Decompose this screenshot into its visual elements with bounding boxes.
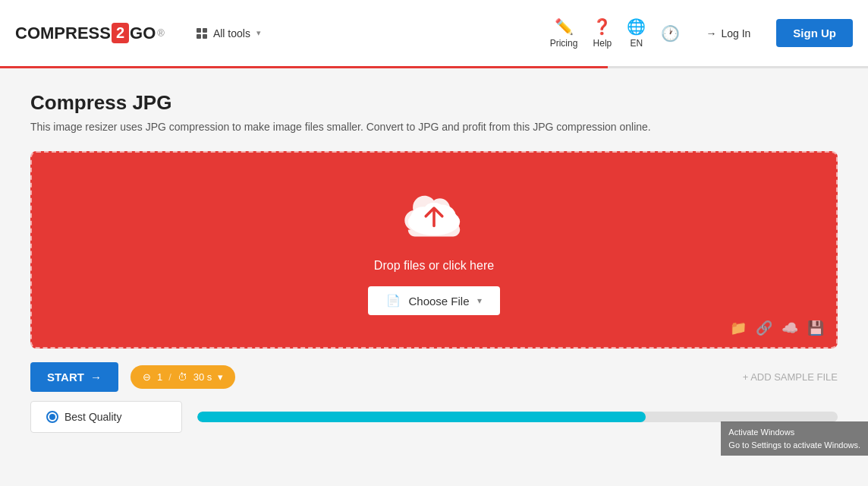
badge-count: 1 bbox=[157, 371, 162, 383]
choose-file-label: Choose File bbox=[408, 295, 469, 308]
windows-watermark: Activate Windows Go to Settings to activ… bbox=[721, 421, 868, 456]
start-label: START bbox=[47, 371, 84, 383]
login-arrow-icon: → bbox=[706, 27, 716, 39]
header-nav: ✏️ Pricing ❓ Help 🌐 EN 🕐 → Log In Sign U… bbox=[550, 17, 853, 49]
page-description: This image resizer uses JPG compression … bbox=[30, 121, 838, 133]
logo-suffix: ® bbox=[157, 27, 165, 39]
page-title: Compress JPG bbox=[30, 91, 838, 115]
drop-zone-extra-icons: 📁 🔗 ☁️ 💾 bbox=[730, 320, 824, 336]
add-sample-button[interactable]: + ADD SAMPLE FILE bbox=[743, 371, 838, 383]
drop-zone[interactable]: Drop files or click here 📄 Choose File ▾… bbox=[30, 151, 838, 349]
start-button[interactable]: START → bbox=[30, 362, 118, 392]
login-button[interactable]: → Log In bbox=[695, 21, 761, 46]
nav-pricing-label: Pricing bbox=[550, 38, 578, 49]
header: COMPRESS 2 GO ® All tools ▾ ✏️ Pricing ❓… bbox=[0, 0, 868, 68]
signup-button[interactable]: Sign Up bbox=[776, 19, 853, 47]
logo-text-go: GO bbox=[130, 24, 156, 43]
logo[interactable]: COMPRESS 2 GO ® bbox=[15, 23, 165, 43]
globe-icon: 🌐 bbox=[627, 17, 646, 36]
start-arrow-icon: → bbox=[90, 371, 102, 383]
clock-badge-icon: ⏱ bbox=[178, 371, 187, 383]
quality-row: Best Quality bbox=[30, 401, 838, 433]
add-sample-label: + ADD SAMPLE FILE bbox=[743, 371, 838, 383]
cloud-upload-icon bbox=[400, 192, 468, 248]
badge-chevron-icon[interactable]: ▾ bbox=[218, 371, 223, 383]
bottom-bar: START → ⊖ 1 / ⏱ 30 s ▾ + ADD SAMPLE FILE bbox=[30, 362, 838, 392]
link-icon[interactable]: 🔗 bbox=[756, 320, 772, 336]
folder-icon[interactable]: 📁 bbox=[730, 320, 747, 336]
chevron-down-icon: ▾ bbox=[256, 28, 261, 38]
nav-help[interactable]: ❓ Help bbox=[593, 17, 612, 49]
badge-time: 30 s bbox=[193, 371, 212, 383]
login-label: Log In bbox=[721, 27, 750, 39]
main-content: Compress JPG This image resizer uses JPG… bbox=[0, 68, 868, 456]
nav-account[interactable]: 🕐 bbox=[661, 24, 680, 43]
watermark-line2: Go to Settings to activate Windows. bbox=[728, 439, 860, 452]
choose-file-chevron-icon: ▾ bbox=[477, 295, 482, 306]
radio-best-icon bbox=[46, 411, 58, 423]
clock-icon: 🕐 bbox=[661, 24, 680, 43]
help-icon: ❓ bbox=[593, 17, 612, 36]
all-tools-label: All tools bbox=[213, 27, 250, 39]
logo-number: 2 bbox=[112, 23, 129, 43]
quality-bar-fill bbox=[197, 412, 646, 422]
nav-pricing[interactable]: ✏️ Pricing bbox=[550, 17, 578, 49]
quality-label: Best Quality bbox=[64, 411, 121, 423]
all-tools-button[interactable]: All tools ▾ bbox=[187, 21, 270, 46]
drop-text: Drop files or click here bbox=[374, 259, 494, 273]
signup-label: Sign Up bbox=[793, 27, 836, 39]
nav-help-label: Help bbox=[593, 38, 612, 49]
cloud-icon[interactable]: ☁️ bbox=[782, 320, 798, 336]
file-icon: 📄 bbox=[386, 294, 401, 308]
info-badge: ⊖ 1 / ⏱ 30 s ▾ bbox=[131, 365, 235, 389]
pricing-icon: ✏️ bbox=[555, 17, 574, 36]
quality-progress-bar bbox=[197, 412, 838, 422]
quality-option-best[interactable]: Best Quality bbox=[30, 401, 182, 433]
save-icon[interactable]: 💾 bbox=[807, 320, 824, 336]
choose-file-button[interactable]: 📄 Choose File ▾ bbox=[368, 286, 499, 315]
grid-icon bbox=[197, 28, 207, 39]
file-badge-icon: ⊖ bbox=[143, 371, 151, 383]
nav-language[interactable]: 🌐 EN bbox=[627, 17, 646, 49]
watermark-line1: Activate Windows bbox=[728, 426, 860, 439]
logo-text-compress: COMPRESS bbox=[15, 24, 111, 43]
nav-language-label: EN bbox=[631, 38, 643, 49]
